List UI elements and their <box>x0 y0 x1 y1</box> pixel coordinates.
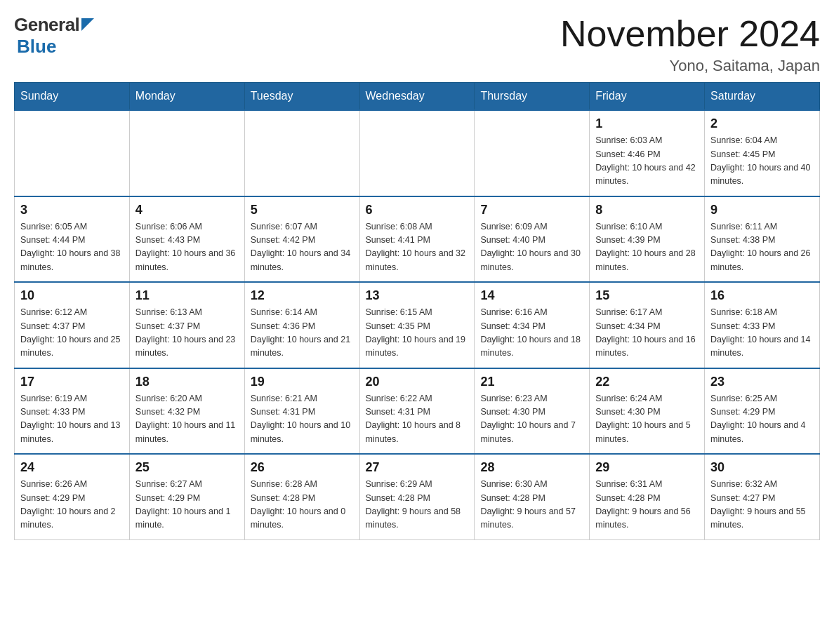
day-number: 17 <box>20 375 124 389</box>
day-info: Sunrise: 6:07 AMSunset: 4:42 PMDaylight:… <box>251 220 354 275</box>
day-info: Sunrise: 6:21 AMSunset: 4:31 PMDaylight:… <box>251 392 354 447</box>
day-number: 9 <box>710 203 814 217</box>
calendar-week-row: 24Sunrise: 6:26 AMSunset: 4:29 PMDayligh… <box>15 454 820 539</box>
calendar-day-cell: 15Sunrise: 6:17 AMSunset: 4:34 PMDayligh… <box>590 282 705 368</box>
calendar-week-row: 17Sunrise: 6:19 AMSunset: 4:33 PMDayligh… <box>15 368 820 455</box>
day-info: Sunrise: 6:28 AMSunset: 4:28 PMDaylight:… <box>251 478 354 532</box>
svg-marker-0 <box>81 18 94 31</box>
day-of-week-header: Sunday <box>15 83 130 111</box>
calendar-day-cell: 4Sunrise: 6:06 AMSunset: 4:43 PMDaylight… <box>129 196 244 283</box>
day-info: Sunrise: 6:15 AMSunset: 4:35 PMDaylight:… <box>366 306 469 361</box>
day-number: 22 <box>595 375 699 389</box>
day-number: 20 <box>366 375 469 389</box>
calendar-day-cell: 1Sunrise: 6:03 AMSunset: 4:46 PMDaylight… <box>590 110 705 196</box>
day-info: Sunrise: 6:11 AMSunset: 4:38 PMDaylight:… <box>710 220 814 275</box>
day-info: Sunrise: 6:06 AMSunset: 4:43 PMDaylight:… <box>135 220 239 275</box>
calendar-day-cell: 29Sunrise: 6:31 AMSunset: 4:28 PMDayligh… <box>590 454 705 539</box>
calendar-day-cell: 9Sunrise: 6:11 AMSunset: 4:38 PMDaylight… <box>705 196 820 283</box>
calendar-week-row: 10Sunrise: 6:12 AMSunset: 4:37 PMDayligh… <box>15 282 820 368</box>
day-number: 29 <box>595 460 699 475</box>
calendar-day-cell <box>244 110 359 196</box>
calendar-day-cell: 30Sunrise: 6:32 AMSunset: 4:27 PMDayligh… <box>705 454 820 539</box>
calendar-day-cell: 12Sunrise: 6:14 AMSunset: 4:36 PMDayligh… <box>244 282 359 368</box>
calendar-day-cell: 28Sunrise: 6:30 AMSunset: 4:28 PMDayligh… <box>475 454 590 539</box>
day-of-week-header: Saturday <box>705 83 820 111</box>
calendar-day-cell: 16Sunrise: 6:18 AMSunset: 4:33 PMDayligh… <box>705 282 820 368</box>
day-number: 15 <box>595 288 699 303</box>
day-info: Sunrise: 6:05 AMSunset: 4:44 PMDaylight:… <box>20 220 124 275</box>
day-info: Sunrise: 6:25 AMSunset: 4:29 PMDaylight:… <box>710 392 814 447</box>
day-info: Sunrise: 6:12 AMSunset: 4:37 PMDaylight:… <box>20 306 124 361</box>
day-number: 28 <box>480 460 583 475</box>
day-of-week-header: Thursday <box>475 83 590 111</box>
day-number: 23 <box>710 375 814 389</box>
day-info: Sunrise: 6:13 AMSunset: 4:37 PMDaylight:… <box>135 306 239 361</box>
day-info: Sunrise: 6:09 AMSunset: 4:40 PMDaylight:… <box>480 220 583 275</box>
day-number: 18 <box>135 375 239 389</box>
calendar-header-row: SundayMondayTuesdayWednesdayThursdayFrid… <box>15 83 820 111</box>
calendar-week-row: 3Sunrise: 6:05 AMSunset: 4:44 PMDaylight… <box>15 196 820 283</box>
day-number: 4 <box>135 203 239 217</box>
calendar-day-cell <box>129 110 244 196</box>
day-info: Sunrise: 6:08 AMSunset: 4:41 PMDaylight:… <box>366 220 469 275</box>
day-info: Sunrise: 6:20 AMSunset: 4:32 PMDaylight:… <box>135 392 239 447</box>
day-info: Sunrise: 6:19 AMSunset: 4:33 PMDaylight:… <box>20 392 124 447</box>
day-number: 26 <box>251 460 354 475</box>
calendar-day-cell: 22Sunrise: 6:24 AMSunset: 4:30 PMDayligh… <box>590 368 705 455</box>
calendar-day-cell: 6Sunrise: 6:08 AMSunset: 4:41 PMDaylight… <box>359 196 475 283</box>
calendar-day-cell: 11Sunrise: 6:13 AMSunset: 4:37 PMDayligh… <box>129 282 244 368</box>
day-number: 14 <box>480 288 583 303</box>
day-info: Sunrise: 6:30 AMSunset: 4:28 PMDaylight:… <box>480 478 583 532</box>
calendar-day-cell: 10Sunrise: 6:12 AMSunset: 4:37 PMDayligh… <box>15 282 130 368</box>
day-number: 10 <box>20 288 124 303</box>
day-number: 21 <box>480 375 583 389</box>
calendar-day-cell: 13Sunrise: 6:15 AMSunset: 4:35 PMDayligh… <box>359 282 475 368</box>
day-number: 30 <box>710 460 814 475</box>
day-number: 8 <box>595 203 699 217</box>
calendar-day-cell: 3Sunrise: 6:05 AMSunset: 4:44 PMDaylight… <box>15 196 130 283</box>
month-title: November 2024 <box>560 14 820 54</box>
location-subtitle: Yono, Saitama, Japan <box>560 57 820 75</box>
day-number: 2 <box>710 116 814 131</box>
day-info: Sunrise: 6:04 AMSunset: 4:45 PMDaylight:… <box>710 134 814 189</box>
day-number: 6 <box>366 203 469 217</box>
day-number: 5 <box>251 203 354 217</box>
calendar-day-cell <box>475 110 590 196</box>
day-number: 13 <box>366 288 469 303</box>
day-number: 19 <box>251 375 354 389</box>
calendar-day-cell: 27Sunrise: 6:29 AMSunset: 4:28 PMDayligh… <box>359 454 475 539</box>
calendar-table: SundayMondayTuesdayWednesdayThursdayFrid… <box>14 82 820 540</box>
day-info: Sunrise: 6:18 AMSunset: 4:33 PMDaylight:… <box>710 306 814 361</box>
day-info: Sunrise: 6:22 AMSunset: 4:31 PMDaylight:… <box>366 392 469 447</box>
calendar-day-cell: 19Sunrise: 6:21 AMSunset: 4:31 PMDayligh… <box>244 368 359 455</box>
title-area: November 2024 Yono, Saitama, Japan <box>560 14 820 75</box>
day-info: Sunrise: 6:29 AMSunset: 4:28 PMDaylight:… <box>366 478 469 532</box>
day-info: Sunrise: 6:26 AMSunset: 4:29 PMDaylight:… <box>20 478 124 532</box>
page-header: General Blue November 2024 Yono, Saitama… <box>14 14 820 75</box>
calendar-day-cell: 26Sunrise: 6:28 AMSunset: 4:28 PMDayligh… <box>244 454 359 539</box>
day-info: Sunrise: 6:32 AMSunset: 4:27 PMDaylight:… <box>710 478 814 532</box>
calendar-day-cell: 23Sunrise: 6:25 AMSunset: 4:29 PMDayligh… <box>705 368 820 455</box>
calendar-day-cell <box>15 110 130 196</box>
calendar-day-cell: 20Sunrise: 6:22 AMSunset: 4:31 PMDayligh… <box>359 368 475 455</box>
day-number: 7 <box>480 203 583 217</box>
day-info: Sunrise: 6:27 AMSunset: 4:29 PMDaylight:… <box>135 478 239 532</box>
calendar-day-cell: 24Sunrise: 6:26 AMSunset: 4:29 PMDayligh… <box>15 454 130 539</box>
day-info: Sunrise: 6:23 AMSunset: 4:30 PMDaylight:… <box>480 392 583 447</box>
day-info: Sunrise: 6:31 AMSunset: 4:28 PMDaylight:… <box>595 478 699 532</box>
day-of-week-header: Tuesday <box>244 83 359 111</box>
logo-triangle-icon <box>81 18 94 31</box>
day-info: Sunrise: 6:24 AMSunset: 4:30 PMDaylight:… <box>595 392 699 447</box>
day-info: Sunrise: 6:16 AMSunset: 4:34 PMDaylight:… <box>480 306 583 361</box>
logo-blue-text: Blue <box>17 36 56 57</box>
calendar-week-row: 1Sunrise: 6:03 AMSunset: 4:46 PMDaylight… <box>15 110 820 196</box>
logo: General Blue <box>14 14 94 58</box>
day-of-week-header: Wednesday <box>359 83 475 111</box>
day-info: Sunrise: 6:03 AMSunset: 4:46 PMDaylight:… <box>595 134 699 189</box>
calendar-day-cell: 17Sunrise: 6:19 AMSunset: 4:33 PMDayligh… <box>15 368 130 455</box>
day-info: Sunrise: 6:17 AMSunset: 4:34 PMDaylight:… <box>595 306 699 361</box>
logo-general-text: General <box>14 14 79 36</box>
day-of-week-header: Monday <box>129 83 244 111</box>
calendar-day-cell: 8Sunrise: 6:10 AMSunset: 4:39 PMDaylight… <box>590 196 705 283</box>
calendar-day-cell <box>359 110 475 196</box>
